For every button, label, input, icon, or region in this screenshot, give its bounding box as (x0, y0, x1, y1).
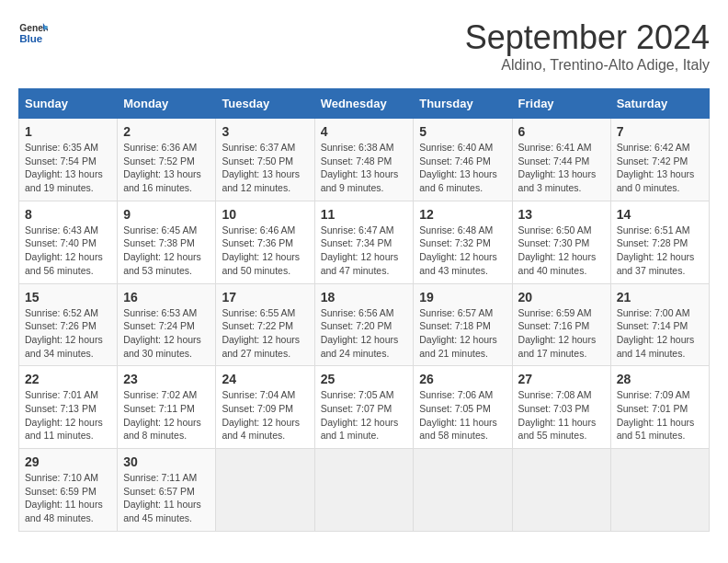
calendar-week-4: 22 Sunrise: 7:01 AM Sunset: 7:13 PM Dayl… (19, 366, 710, 449)
table-row: 6 Sunrise: 6:41 AM Sunset: 7:44 PM Dayli… (512, 119, 610, 201)
day-info: Sunrise: 6:45 AM Sunset: 7:38 PM Dayligh… (123, 224, 210, 278)
day-info: Sunrise: 6:46 AM Sunset: 7:36 PM Dayligh… (222, 224, 308, 278)
day-info: Sunrise: 6:40 AM Sunset: 7:46 PM Dayligh… (419, 141, 506, 195)
table-row: 10 Sunrise: 6:46 AM Sunset: 7:36 PM Dayl… (216, 201, 314, 283)
day-info: Sunrise: 7:02 AM Sunset: 7:11 PM Dayligh… (123, 388, 210, 442)
day-info: Sunrise: 6:35 AM Sunset: 7:54 PM Dayligh… (25, 141, 111, 195)
day-info: Sunrise: 7:06 AM Sunset: 7:05 PM Dayligh… (419, 388, 506, 442)
day-number: 27 (518, 372, 605, 386)
header-thursday: Thursday (414, 89, 512, 119)
table-row: 17 Sunrise: 6:55 AM Sunset: 7:22 PM Dayl… (216, 283, 314, 366)
table-row: 9 Sunrise: 6:45 AM Sunset: 7:38 PM Dayli… (118, 201, 216, 283)
day-info: Sunrise: 7:09 AM Sunset: 7:01 PM Dayligh… (617, 388, 703, 442)
day-number: 7 (617, 124, 703, 139)
day-number: 30 (123, 454, 210, 469)
header-row: Sunday Monday Tuesday Wednesday Thursday… (19, 89, 710, 119)
day-number: 1 (25, 124, 111, 139)
table-row: 30 Sunrise: 7:11 AM Sunset: 6:57 PM Dayl… (118, 449, 216, 532)
header-monday: Monday (118, 89, 216, 119)
day-number: 18 (321, 290, 408, 304)
table-row: 21 Sunrise: 7:00 AM Sunset: 7:14 PM Dayl… (610, 283, 709, 366)
day-info: Sunrise: 7:00 AM Sunset: 7:14 PM Dayligh… (617, 306, 703, 361)
day-number: 6 (518, 124, 605, 139)
day-number: 21 (617, 290, 703, 304)
header-saturday: Saturday (610, 89, 709, 119)
day-info: Sunrise: 6:38 AM Sunset: 7:48 PM Dayligh… (321, 141, 408, 195)
table-row: 3 Sunrise: 6:37 AM Sunset: 7:50 PM Dayli… (216, 119, 314, 201)
calendar-week-3: 15 Sunrise: 6:52 AM Sunset: 7:26 PM Dayl… (19, 283, 710, 366)
day-number: 8 (25, 207, 111, 222)
day-number: 22 (25, 372, 111, 386)
day-info: Sunrise: 6:51 AM Sunset: 7:28 PM Dayligh… (617, 224, 703, 278)
title-section: September 2024 Aldino, Trentino-Alto Adi… (465, 18, 710, 74)
table-row: 14 Sunrise: 6:51 AM Sunset: 7:28 PM Dayl… (610, 201, 709, 283)
table-row (512, 449, 610, 532)
day-number: 29 (25, 454, 111, 469)
day-info: Sunrise: 6:36 AM Sunset: 7:52 PM Dayligh… (123, 141, 210, 195)
day-info: Sunrise: 6:37 AM Sunset: 7:50 PM Dayligh… (222, 141, 308, 195)
day-number: 13 (518, 207, 605, 222)
calendar-week-2: 8 Sunrise: 6:43 AM Sunset: 7:40 PM Dayli… (19, 201, 710, 283)
day-info: Sunrise: 7:05 AM Sunset: 7:07 PM Dayligh… (321, 388, 408, 442)
day-number: 24 (222, 372, 308, 386)
table-row: 4 Sunrise: 6:38 AM Sunset: 7:48 PM Dayli… (314, 119, 414, 201)
day-info: Sunrise: 6:56 AM Sunset: 7:20 PM Dayligh… (321, 306, 408, 361)
day-info: Sunrise: 6:53 AM Sunset: 7:24 PM Dayligh… (123, 306, 210, 361)
day-info: Sunrise: 6:43 AM Sunset: 7:40 PM Dayligh… (25, 224, 111, 278)
table-row: 15 Sunrise: 6:52 AM Sunset: 7:26 PM Dayl… (19, 283, 118, 366)
table-row: 20 Sunrise: 6:59 AM Sunset: 7:16 PM Dayl… (512, 283, 610, 366)
day-info: Sunrise: 6:52 AM Sunset: 7:26 PM Dayligh… (25, 306, 111, 361)
page-header: General Blue September 2024 Aldino, Tren… (18, 18, 710, 74)
day-info: Sunrise: 6:47 AM Sunset: 7:34 PM Dayligh… (321, 224, 408, 278)
day-number: 9 (123, 207, 210, 222)
day-info: Sunrise: 7:01 AM Sunset: 7:13 PM Dayligh… (25, 388, 111, 442)
day-number: 14 (617, 207, 703, 222)
day-number: 19 (419, 290, 506, 304)
day-info: Sunrise: 7:11 AM Sunset: 6:57 PM Dayligh… (123, 471, 210, 525)
day-number: 12 (419, 207, 506, 222)
header-wednesday: Wednesday (314, 89, 414, 119)
table-row (610, 449, 709, 532)
table-row: 13 Sunrise: 6:50 AM Sunset: 7:30 PM Dayl… (512, 201, 610, 283)
header-friday: Friday (512, 89, 610, 119)
table-row: 23 Sunrise: 7:02 AM Sunset: 7:11 PM Dayl… (118, 366, 216, 449)
day-number: 20 (518, 290, 605, 304)
table-row (314, 449, 414, 532)
day-info: Sunrise: 6:55 AM Sunset: 7:22 PM Dayligh… (222, 306, 308, 361)
day-info: Sunrise: 7:04 AM Sunset: 7:09 PM Dayligh… (222, 388, 308, 442)
table-row: 24 Sunrise: 7:04 AM Sunset: 7:09 PM Dayl… (216, 366, 314, 449)
calendar-title: September 2024 (465, 18, 710, 57)
header-sunday: Sunday (19, 89, 118, 119)
day-number: 17 (222, 290, 308, 304)
day-number: 5 (419, 124, 506, 139)
table-row: 27 Sunrise: 7:08 AM Sunset: 7:03 PM Dayl… (512, 366, 610, 449)
table-row: 26 Sunrise: 7:06 AM Sunset: 7:05 PM Dayl… (414, 366, 512, 449)
day-info: Sunrise: 6:42 AM Sunset: 7:42 PM Dayligh… (617, 141, 703, 195)
calendar-week-1: 1 Sunrise: 6:35 AM Sunset: 7:54 PM Dayli… (19, 119, 710, 201)
table-row: 12 Sunrise: 6:48 AM Sunset: 7:32 PM Dayl… (414, 201, 512, 283)
table-row: 5 Sunrise: 6:40 AM Sunset: 7:46 PM Dayli… (414, 119, 512, 201)
day-info: Sunrise: 6:41 AM Sunset: 7:44 PM Dayligh… (518, 141, 605, 195)
table-row: 16 Sunrise: 6:53 AM Sunset: 7:24 PM Dayl… (118, 283, 216, 366)
header-tuesday: Tuesday (216, 89, 314, 119)
table-row: 1 Sunrise: 6:35 AM Sunset: 7:54 PM Dayli… (19, 119, 118, 201)
table-row (414, 449, 512, 532)
table-row: 2 Sunrise: 6:36 AM Sunset: 7:52 PM Dayli… (118, 119, 216, 201)
day-info: Sunrise: 6:50 AM Sunset: 7:30 PM Dayligh… (518, 224, 605, 278)
day-info: Sunrise: 7:10 AM Sunset: 6:59 PM Dayligh… (25, 471, 111, 525)
table-row: 7 Sunrise: 6:42 AM Sunset: 7:42 PM Dayli… (610, 119, 709, 201)
day-number: 2 (123, 124, 210, 139)
day-info: Sunrise: 6:57 AM Sunset: 7:18 PM Dayligh… (419, 306, 506, 361)
table-row: 11 Sunrise: 6:47 AM Sunset: 7:34 PM Dayl… (314, 201, 414, 283)
table-row: 28 Sunrise: 7:09 AM Sunset: 7:01 PM Dayl… (610, 366, 709, 449)
day-info: Sunrise: 7:08 AM Sunset: 7:03 PM Dayligh… (518, 388, 605, 442)
day-number: 3 (222, 124, 308, 139)
day-number: 15 (25, 290, 111, 304)
day-info: Sunrise: 6:48 AM Sunset: 7:32 PM Dayligh… (419, 224, 506, 278)
svg-text:Blue: Blue (19, 33, 43, 44)
table-row (216, 449, 314, 532)
day-number: 10 (222, 207, 308, 222)
table-row: 8 Sunrise: 6:43 AM Sunset: 7:40 PM Dayli… (19, 201, 118, 283)
table-row: 22 Sunrise: 7:01 AM Sunset: 7:13 PM Dayl… (19, 366, 118, 449)
logo-icon: General Blue (18, 18, 48, 48)
